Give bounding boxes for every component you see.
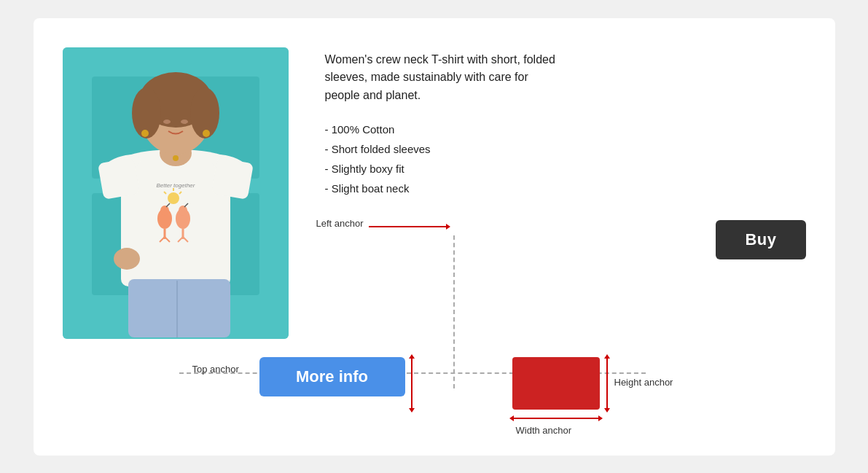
more-info-vertical-arrow [407, 357, 415, 410]
product-info: Women's crew neck T-shirt with short, fo… [325, 47, 806, 259]
top-anchor-label: Top anchor [192, 364, 239, 375]
svg-point-36 [203, 130, 210, 137]
feature-1: - 100% Cotton [325, 120, 806, 139]
svg-rect-8 [98, 157, 140, 200]
width-anchor-arrow [512, 413, 600, 422]
svg-point-35 [141, 130, 149, 137]
svg-marker-47 [604, 354, 610, 359]
svg-point-40 [114, 248, 140, 270]
product-card: Better together [34, 18, 835, 456]
svg-text:Better together: Better together [156, 182, 195, 189]
svg-rect-28 [128, 279, 230, 337]
red-anchor-box [512, 357, 600, 410]
feature-3: - Slightly boxy fit [325, 159, 806, 179]
svg-marker-48 [604, 408, 610, 413]
width-anchor-label: Width anchor [516, 425, 572, 436]
svg-marker-50 [509, 415, 514, 421]
height-anchor-label: Height anchor [614, 377, 673, 388]
product-image-svg: Better together [63, 47, 289, 339]
buy-button-area: Buy [325, 220, 806, 259]
svg-point-15 [160, 206, 169, 216]
height-anchor-arrow [602, 357, 611, 410]
svg-point-23 [168, 192, 179, 204]
svg-rect-10 [211, 157, 254, 200]
product-description: Women's crew neck T-shirt with short, fo… [325, 51, 558, 105]
svg-marker-44 [409, 354, 415, 359]
svg-point-39 [181, 120, 188, 124]
svg-point-21 [179, 206, 187, 216]
svg-point-38 [163, 120, 171, 124]
product-features: - 100% Cotton - Short folded sleeves - S… [325, 120, 806, 198]
svg-point-37 [173, 155, 179, 161]
buy-button[interactable]: Buy [716, 220, 805, 259]
product-image: Better together [63, 47, 289, 339]
svg-marker-51 [598, 415, 603, 421]
svg-marker-45 [409, 408, 415, 413]
more-info-button[interactable]: More info [259, 357, 405, 396]
feature-2: - Short folded sleeves [325, 139, 806, 159]
feature-4: - Slight boat neck [325, 179, 806, 198]
dashed-horizontal-line [179, 372, 646, 374]
